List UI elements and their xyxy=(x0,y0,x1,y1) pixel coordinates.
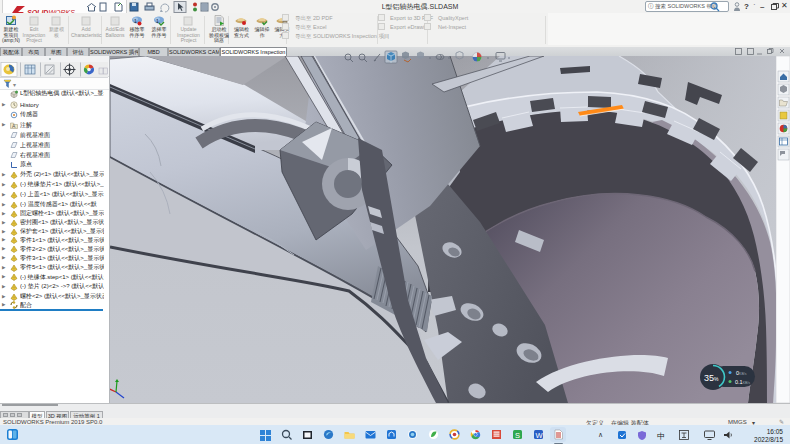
svg-text:1: 1 xyxy=(134,18,137,24)
svg-text:S: S xyxy=(515,431,520,440)
svg-text:W: W xyxy=(536,431,544,440)
svg-text:1: 1 xyxy=(156,18,159,24)
svg-text:▾: ▾ xyxy=(13,82,16,88)
